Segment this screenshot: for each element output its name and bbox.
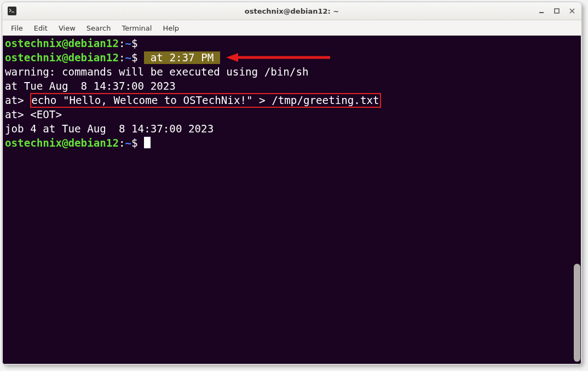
minimize-button[interactable] xyxy=(538,7,545,15)
highlighted-command: at 2:37 PM xyxy=(144,51,220,64)
prompt-sigil: $ xyxy=(131,37,138,50)
prompt-user-host: ostechnix@debian12 xyxy=(5,51,119,64)
terminal-cursor xyxy=(144,137,151,148)
window-title: ostechnix@debian12: ~ xyxy=(2,7,581,15)
prompt-colon: : xyxy=(119,137,125,149)
prompt-colon: : xyxy=(119,37,125,50)
vertical-scrollbar[interactable] xyxy=(573,36,581,364)
at-prompt-eot: at> <EOT> xyxy=(5,108,62,121)
terminal-window: ostechnix@debian12: ~ File Edit View Sea… xyxy=(2,2,582,365)
boxed-command: echo "Hello, Welcome to OSTechNix!" > /t… xyxy=(30,93,381,108)
terminal-area[interactable]: ostechnix@debian12:~$ ostechnix@debian12… xyxy=(3,36,581,364)
window-controls xyxy=(530,7,576,15)
prompt-colon: : xyxy=(119,51,125,64)
menu-terminal[interactable]: Terminal xyxy=(116,22,157,34)
prompt-sigil: $ xyxy=(131,51,138,64)
menu-edit[interactable]: Edit xyxy=(28,22,53,34)
at-prompt-prefix: at> xyxy=(5,94,30,107)
prompt-path: ~ xyxy=(125,37,132,50)
output-schedule: at Tue Aug 8 14:37:00 2023 xyxy=(5,80,176,92)
maximize-button[interactable] xyxy=(553,7,561,15)
prompt-sigil: $ xyxy=(131,137,138,149)
menu-search[interactable]: Search xyxy=(81,22,117,34)
prompt-user-host: ostechnix@debian12 xyxy=(5,37,119,50)
close-button[interactable] xyxy=(568,7,576,15)
output-job: job 4 at Tue Aug 8 14:37:00 2023 xyxy=(5,123,214,135)
menu-file[interactable]: File xyxy=(5,22,28,34)
svg-rect-0 xyxy=(8,7,16,15)
terminal-app-icon xyxy=(8,7,16,15)
menu-view[interactable]: View xyxy=(53,22,81,34)
svg-rect-3 xyxy=(555,9,559,13)
scrollbar-thumb[interactable] xyxy=(574,264,580,362)
prompt-path: ~ xyxy=(125,51,132,64)
prompt-path: ~ xyxy=(125,137,132,149)
output-warning: warning: commands will be executed using… xyxy=(5,66,309,78)
menubar: File Edit View Search Terminal Help xyxy=(2,20,581,36)
titlebar: ostechnix@debian12: ~ xyxy=(2,2,581,20)
prompt-user-host: ostechnix@debian12 xyxy=(5,137,119,149)
menu-help[interactable]: Help xyxy=(157,22,185,34)
